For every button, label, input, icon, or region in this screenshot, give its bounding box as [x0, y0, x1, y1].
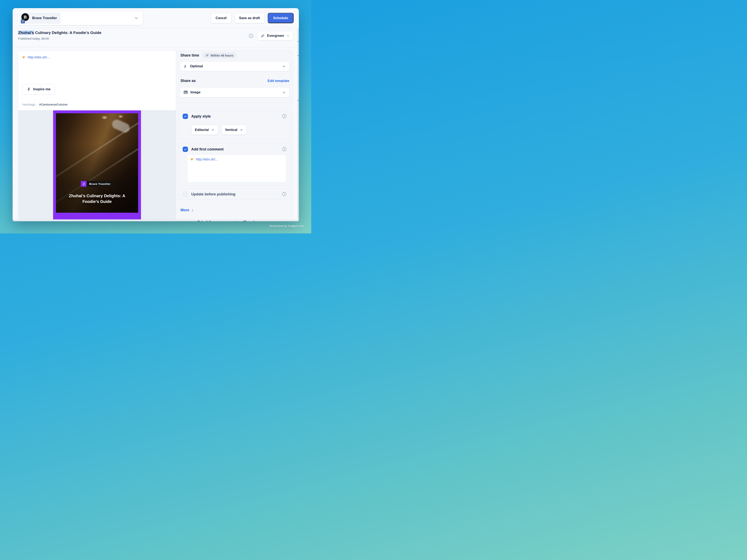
hashtag-value[interactable]: #CantoneseCuisine	[39, 103, 68, 106]
post-title-rest: Culinary Delights: A Foodie’s Guide	[34, 30, 101, 35]
facebook-icon: f	[21, 20, 25, 23]
image-preview-area: Brave Traveller Zhuhai’s Culinary Deligh…	[18, 110, 176, 220]
post-title-block: Zhuhai’s Culinary Delights: A Foodie’s G…	[18, 30, 101, 40]
share-time-heading: Share time	[180, 53, 199, 57]
avatar: B f	[21, 13, 29, 23]
apply-style-checkbox[interactable]	[183, 114, 188, 119]
apply-style-row: Apply style	[183, 114, 211, 119]
account-selector[interactable]: B f Brave Traveller	[18, 11, 143, 25]
image-icon	[183, 90, 188, 94]
first-comment-checkbox[interactable]	[183, 146, 188, 152]
share-time-badge: Within 48 hours	[203, 52, 236, 58]
share-settings-panel: Share time Within 48 hours Optimal	[176, 51, 293, 220]
lightning-bolt-icon	[183, 64, 187, 68]
pause-icon[interactable]: II	[235, 220, 237, 221]
schedule-button[interactable]: Schedule	[268, 13, 293, 23]
hashtags-row: Hashtags: #CantoneseCuisine	[22, 103, 68, 106]
topbar-actions: Cancel Save as draft Schedule	[211, 13, 293, 23]
inspire-me-button[interactable]: Inspire me	[22, 84, 55, 95]
account-name: Brave Traveller	[32, 16, 57, 20]
settings-divider	[176, 102, 293, 103]
header-divider	[12, 47, 299, 47]
update-before-publishing-checkbox[interactable]	[183, 191, 188, 197]
apply-style-label: Apply style	[191, 114, 211, 118]
cancel-button[interactable]: Cancel	[211, 13, 231, 23]
share-as-row: Share as Edit template	[180, 79, 289, 83]
style-template-value: Editorial	[195, 128, 209, 132]
evergreen-label: Evergreen	[267, 34, 284, 38]
first-comment-input[interactable]: ☛ http://ebx.sh/...	[187, 155, 286, 182]
account-chip: B f Brave Traveller	[19, 12, 61, 24]
info-icon[interactable]	[282, 114, 287, 119]
tab-scheduling[interactable]: Scheduling	[198, 220, 215, 221]
walking-person-icon	[81, 181, 86, 187]
preview-photo: Brave Traveller Zhuhai’s Culinary Deligh…	[56, 113, 138, 213]
edit-template-link[interactable]: Edit template	[267, 79, 289, 83]
post-title: Zhuhai’s Culinary Delights: A Foodie’s G…	[18, 30, 101, 35]
share-time-value: Optimal	[190, 64, 203, 68]
desktop-background: B f Brave Traveller Cancel Save as draft…	[0, 0, 311, 234]
share-time-dropdown[interactable]: Optimal	[180, 61, 290, 71]
tab-shared[interactable]: Shared	[243, 220, 254, 221]
update-before-publishing-label: Update before publishing	[191, 192, 235, 196]
update-before-publishing-row: Update before publishing	[183, 191, 235, 197]
apply-style-card: Apply style Editorial Vertica	[178, 110, 290, 139]
share-as-value: Image	[190, 90, 200, 95]
lightning-bolt-icon	[27, 87, 31, 91]
scrollbar[interactable]	[298, 28, 299, 219]
top-bar: B f Brave Traveller Cancel Save as draft…	[12, 8, 299, 28]
share-as-heading: Share as	[180, 79, 196, 83]
evergreen-dropdown[interactable]: Evergreen	[257, 31, 293, 40]
image-overlay-title: Zhuhai’s Culinary Delights: A Foodie’s G…	[62, 193, 132, 205]
first-comment-link[interactable]: http://ebx.sh/...	[196, 157, 218, 161]
post-title-selected-text: Zhuhai’s	[18, 30, 34, 35]
chevron-down-icon	[240, 128, 243, 132]
arrow-down-icon: ↓	[191, 208, 194, 212]
branded-image-frame[interactable]: Brave Traveller Zhuhai’s Culinary Deligh…	[53, 110, 141, 219]
more-label: More	[180, 208, 189, 212]
first-comment-row: Add first comment	[183, 146, 224, 152]
published-status: Published today, 08:00	[18, 37, 101, 40]
chevron-down-icon	[282, 64, 286, 68]
scheduler-window: B f Brave Traveller Cancel Save as draft…	[12, 8, 299, 221]
more-link[interactable]: More ↓	[180, 208, 194, 212]
style-orientation-dropdown[interactable]: Vertical	[222, 125, 247, 135]
update-before-publishing-card: Update before publishing	[178, 188, 290, 200]
inspire-me-label: Inspire me	[33, 87, 50, 91]
brand-badge-label: Brave Traveller	[86, 181, 113, 187]
chevron-down-icon	[282, 90, 286, 95]
pointing-hand-icon: ☛	[22, 55, 26, 59]
info-icon[interactable]	[249, 33, 254, 38]
post-header-actions: Evergreen	[249, 31, 293, 40]
brand-badge: Brave Traveller	[81, 181, 113, 187]
first-comment-label: Add first comment	[191, 147, 224, 152]
chevron-down-icon	[134, 16, 138, 20]
bottom-tabs-clipped: Scheduling II Shared	[12, 220, 299, 221]
save-as-draft-button[interactable]: Save as draft	[234, 13, 265, 23]
share-as-dropdown[interactable]: Image	[180, 87, 290, 98]
post-header: Zhuhai’s Culinary Delights: A Foodie’s G…	[18, 30, 293, 40]
style-template-dropdown[interactable]: Editorial	[191, 125, 218, 135]
hashtags-label: Hashtags:	[22, 103, 36, 106]
content-card: ☛ http://ebx.sh/... Inspire me Hashtags:…	[18, 51, 293, 220]
leaf-icon	[205, 54, 209, 57]
info-icon[interactable]	[282, 191, 287, 197]
post-text[interactable]: ☛ http://ebx.sh/...	[22, 55, 50, 59]
share-time-row: Share time Within 48 hours	[180, 52, 290, 58]
share-time-badge-label: Within 48 hours	[210, 54, 233, 57]
post-link[interactable]: http://ebx.sh/...	[28, 55, 50, 59]
leaf-icon	[261, 34, 265, 38]
first-comment-content: ☛ http://ebx.sh/...	[190, 157, 283, 161]
first-comment-card: Add first comment ☛ http://ebx.sh/...	[178, 143, 290, 186]
pointing-hand-icon: ☛	[190, 157, 194, 161]
style-dropdowns: Editorial Vertical	[191, 125, 247, 135]
watermark: Screenshot by Xnapper.com	[269, 224, 304, 228]
style-orientation-value: Vertical	[225, 128, 237, 132]
post-editor: ☛ http://ebx.sh/... Inspire me Hashtags:…	[18, 51, 176, 220]
chevron-down-icon	[211, 128, 214, 132]
chevron-down-icon	[286, 34, 290, 37]
info-icon[interactable]	[282, 146, 287, 152]
